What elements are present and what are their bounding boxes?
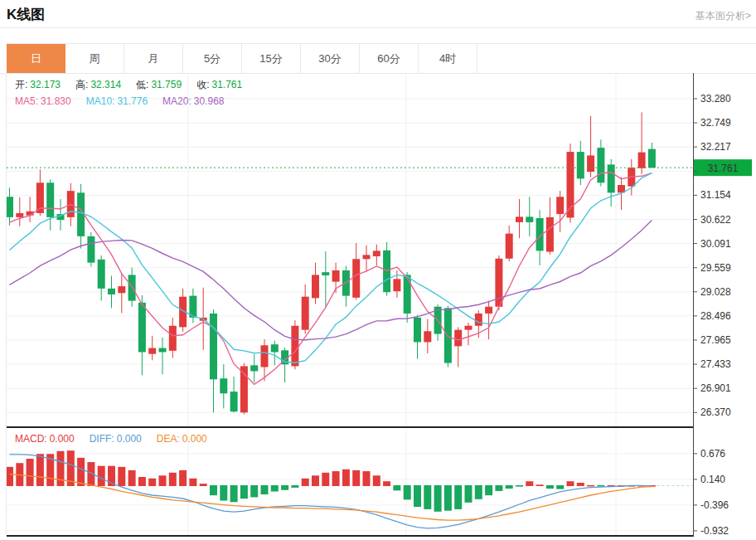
candle-body <box>648 149 656 168</box>
svg-text:-0.932: -0.932 <box>700 525 729 537</box>
macd-bar <box>230 485 238 502</box>
svg-text:30.091: 30.091 <box>700 238 731 250</box>
macd-bar <box>27 459 34 486</box>
macd-bar <box>98 466 105 486</box>
candle-body <box>159 348 167 353</box>
candle-body <box>556 197 564 214</box>
macd-bar <box>556 485 564 489</box>
candle-body <box>322 272 329 275</box>
candle-body <box>291 326 298 367</box>
macd-bar <box>454 485 462 509</box>
macd-bar <box>587 485 594 487</box>
candle-body <box>638 153 646 168</box>
candle-body <box>424 331 431 342</box>
svg-text:26.370: 26.370 <box>700 406 731 418</box>
svg-text:30.622: 30.622 <box>700 214 731 226</box>
ma-legend: MA5:31.830 MA10:31.776 MA20:30.968 <box>15 95 240 107</box>
macd-axis: 0.6760.140-0.396-0.932 <box>693 448 729 537</box>
macd-bar <box>159 475 167 486</box>
macd-bar <box>597 485 604 487</box>
candle-body <box>108 289 115 294</box>
macd-bar <box>363 471 371 486</box>
macd-bar <box>6 467 13 486</box>
ohlc-open: 开:32.173 <box>15 78 61 92</box>
macd-bar <box>506 485 513 489</box>
candle-body <box>169 326 177 351</box>
macd-bar <box>434 485 442 512</box>
ohlc-close: 收:31.761 <box>196 78 242 92</box>
macd-bar <box>444 485 452 511</box>
candle-body <box>546 217 554 252</box>
svg-text:0.140: 0.140 <box>700 474 725 485</box>
macd-bar <box>261 485 269 494</box>
tab-week[interactable]: 周 <box>65 44 124 74</box>
candle-body <box>271 344 279 352</box>
ohlc-low: 低:31.759 <box>136 78 182 92</box>
tab-30min[interactable]: 30分 <box>301 44 360 74</box>
macd-bar <box>189 479 196 486</box>
candle-body <box>128 275 136 300</box>
candle-body <box>46 182 54 217</box>
macd-bar <box>393 485 400 490</box>
candle-body <box>475 314 482 326</box>
macd-bar <box>342 469 350 486</box>
svg-text:33.280: 33.280 <box>700 93 731 105</box>
svg-text:0.676: 0.676 <box>700 448 725 460</box>
macd-bar <box>169 473 177 486</box>
candle-body <box>352 259 360 298</box>
kline-chart-canvas[interactable]: 31.76133.28032.74932.21731.15430.62230.0… <box>0 71 756 540</box>
candle-body <box>6 197 13 217</box>
svg-text:32.217: 32.217 <box>700 141 731 153</box>
macd-bar <box>210 485 217 495</box>
candle-body <box>597 148 604 182</box>
macd-legend: MACD:0.000 DIFF:0.000 DEA:0.000 <box>15 433 222 445</box>
svg-text:-0.396: -0.396 <box>700 499 729 511</box>
tab-day[interactable]: 日 <box>7 44 65 74</box>
macd-bar <box>138 477 146 486</box>
tab-60min[interactable]: 60分 <box>360 44 419 74</box>
ohlc-high: 高:32.314 <box>75 78 121 92</box>
macd-bar <box>465 485 472 503</box>
svg-text:27.965: 27.965 <box>700 334 731 346</box>
candle-body <box>414 318 421 343</box>
candle-body <box>16 213 23 217</box>
tab-4hour[interactable]: 4时 <box>419 44 477 74</box>
macd-bar <box>220 485 227 501</box>
macd-bar <box>414 485 421 507</box>
macd-bar <box>485 485 492 495</box>
candle-body <box>138 303 146 353</box>
candle-body <box>587 155 594 172</box>
candle-body <box>577 152 584 178</box>
ma10-legend: MA10:31.776 <box>86 95 148 107</box>
tab-month[interactable]: 月 <box>124 44 183 74</box>
candle-body <box>220 378 227 393</box>
macd-bar <box>200 484 207 486</box>
svg-text:26.901: 26.901 <box>700 382 731 394</box>
macd-bar <box>383 481 390 486</box>
macd-bar <box>250 485 258 497</box>
candle-body <box>148 348 156 354</box>
macd-bar <box>281 485 288 490</box>
svg-text:32.749: 32.749 <box>700 117 731 129</box>
macd-bar <box>577 483 584 486</box>
ma-lines <box>10 173 652 385</box>
macd-bar <box>240 485 248 499</box>
macd-bar <box>516 485 523 487</box>
candle-body <box>485 307 492 314</box>
tab-15min[interactable]: 15分 <box>242 44 301 74</box>
candle-body <box>118 286 125 293</box>
fundamental-analysis-link[interactable]: 基本面分析> <box>695 9 751 23</box>
candle-body <box>332 270 340 282</box>
candle-body <box>383 251 390 292</box>
candle-body <box>312 275 319 298</box>
tab-5min[interactable]: 5分 <box>183 44 242 74</box>
macd-bar <box>475 485 482 499</box>
macd-bar <box>302 479 309 486</box>
candle-body <box>302 297 309 330</box>
candle-body <box>454 330 462 347</box>
candle-body <box>465 326 472 330</box>
candle-body <box>230 392 238 411</box>
macd-bar <box>332 471 340 486</box>
interval-tabbar: 日 周 月 5分 15分 30分 60分 4时 <box>7 43 756 74</box>
ma20-legend: MA20:30.968 <box>162 95 224 107</box>
